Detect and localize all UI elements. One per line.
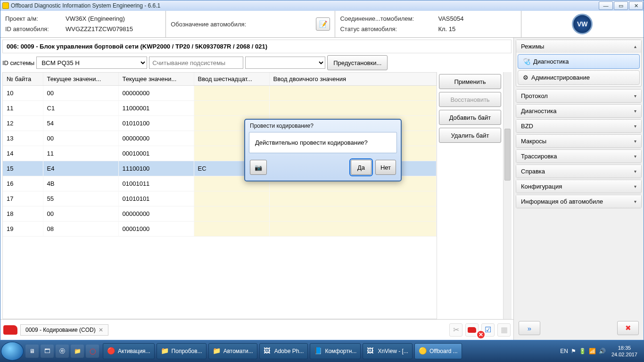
presets-button[interactable]: Предустановки... bbox=[327, 55, 388, 70]
side-panel-item[interactable]: Протокол▾ bbox=[516, 89, 642, 103]
subsystem-input[interactable] bbox=[149, 57, 243, 69]
subsystem-select[interactable] bbox=[245, 57, 325, 69]
start-button[interactable] bbox=[1, 342, 24, 361]
window-title: Offboard Diagnostic Information System E… bbox=[11, 2, 160, 9]
gear-icon: ⚙ bbox=[523, 74, 528, 81]
dialog-message: Действительно провести кодирование? bbox=[249, 132, 397, 153]
add-byte-button[interactable]: Добавить байт bbox=[439, 110, 501, 125]
stethoscope-icon: 🩺 bbox=[523, 58, 530, 65]
taskbar-task[interactable]: 🖼Adobe Ph... bbox=[259, 343, 308, 359]
table-row[interactable]: 100000000000 bbox=[3, 86, 437, 101]
side-panel-item[interactable]: Информация об автомобиле▾ bbox=[516, 195, 642, 208]
footer-bar: 0009 - Кодирование (COD)✕ ✂ ☑ ▦ bbox=[0, 319, 513, 340]
modes-header[interactable]: Режимы▴ bbox=[516, 40, 641, 53]
quick-ie-icon[interactable]: ⓔ bbox=[56, 345, 69, 358]
delete-byte-button[interactable]: Удалить байт bbox=[439, 128, 501, 143]
side-panel-item[interactable]: Диагностика▾ bbox=[516, 104, 642, 118]
table-row[interactable]: 11C111000001 bbox=[3, 101, 437, 116]
tray-flag-icon[interactable]: ⚑ bbox=[571, 348, 576, 354]
edit-doc-button[interactable]: 📝 bbox=[316, 17, 330, 31]
dialog-camera-button[interactable]: 📷 bbox=[250, 160, 267, 175]
maximize-button[interactable]: ▭ bbox=[614, 1, 628, 10]
clock[interactable]: 18:3524.02.2017 bbox=[609, 344, 640, 359]
col-hex[interactable]: Текущее значени... bbox=[43, 73, 118, 86]
quick-explorer-icon[interactable]: 🗔 bbox=[41, 345, 54, 358]
restore-button[interactable]: Восстановить bbox=[439, 92, 501, 107]
system-id-select[interactable]: BCM PQ35 H bbox=[36, 57, 147, 69]
taskbar-task[interactable]: 🔴Активация... bbox=[103, 343, 155, 359]
taskbar-task[interactable]: 📁Автомати... bbox=[208, 343, 257, 359]
designation-label: Обозначение автомобиля: bbox=[171, 21, 246, 28]
admin-mode[interactable]: ⚙Администрирование bbox=[518, 70, 640, 85]
vehicle-id-value: WVGZZZ1TZCW079815 bbox=[66, 24, 133, 34]
info-panel: Проект а/м:VW36X (Engineering) ID автомо… bbox=[0, 11, 644, 38]
vehicle-id-label: ID автомобиля: bbox=[5, 24, 62, 34]
scissors-icon[interactable]: ✂ bbox=[449, 323, 462, 337]
brand-logo: VW bbox=[521, 11, 644, 37]
dialog-title: Провести кодирование? bbox=[245, 120, 401, 132]
side-panel-item[interactable]: Макросы▾ bbox=[516, 134, 642, 148]
dialog-yes-button[interactable]: Да bbox=[351, 160, 372, 175]
table-row[interactable]: 180000000000 bbox=[3, 206, 437, 222]
document-tab[interactable]: 0009 - Кодирование (COD)✕ bbox=[20, 324, 108, 336]
connection-label: Соединение...томобилем: bbox=[340, 14, 434, 24]
project-label: Проект а/м: bbox=[5, 14, 62, 24]
quick-desktop-icon[interactable]: 🖥 bbox=[25, 345, 39, 358]
taskbar-task[interactable]: 📘Комфортн... bbox=[310, 343, 361, 359]
tray-battery-icon[interactable]: 🔋 bbox=[579, 348, 586, 354]
col-input-hex[interactable]: Ввод шестнадцат... bbox=[194, 73, 269, 86]
taskbar-task[interactable]: 🟡Offboard ... bbox=[414, 343, 462, 359]
system-id-label: ID системы bbox=[2, 59, 34, 66]
taskbar: 🖥 🗔 ⓔ 📁 ◯ 🔴Активация...📁Попробов...📁Авто… bbox=[0, 340, 644, 362]
col-input-bin[interactable]: Ввод двоичного значения bbox=[269, 73, 437, 86]
side-panel: Режимы▴ 🩺Диагностика ⚙Администрирование … bbox=[514, 38, 644, 340]
modes-panel: Режимы▴ 🩺Диагностика ⚙Администрирование bbox=[516, 40, 642, 87]
quick-folder-icon[interactable]: 📁 bbox=[71, 345, 84, 358]
confirm-dialog: Провести кодирование? Действительно пров… bbox=[244, 119, 402, 181]
side-panel-item[interactable]: Конфигурация▾ bbox=[516, 180, 642, 193]
side-panel-item[interactable]: BZD▾ bbox=[516, 119, 642, 133]
project-value: VW36X (Engineering) bbox=[66, 14, 125, 24]
error-badge[interactable]: ✕ bbox=[476, 330, 486, 339]
status-label: Статус автомобиля: bbox=[340, 24, 434, 34]
table-row[interactable]: 190800001000 bbox=[3, 222, 437, 237]
side-panel-item[interactable]: Трассировка▾ bbox=[516, 149, 642, 163]
quick-opera-icon[interactable]: ◯ bbox=[86, 345, 99, 358]
table-row[interactable]: 175501010101 bbox=[3, 191, 437, 206]
car-icon[interactable] bbox=[3, 325, 17, 335]
col-byte-no[interactable]: № байта bbox=[3, 73, 43, 86]
col-bin[interactable]: Текущее значени... bbox=[118, 73, 194, 86]
forward-button[interactable]: » bbox=[519, 321, 540, 335]
table-scrollbar[interactable] bbox=[503, 72, 512, 319]
minimize-button[interactable]: — bbox=[599, 1, 613, 10]
taskbar-task[interactable]: 🖼XnView - [... bbox=[363, 343, 412, 359]
cancel-button[interactable]: ✖ bbox=[617, 321, 639, 335]
dialog-no-button[interactable]: Нет bbox=[375, 160, 396, 175]
close-button[interactable]: ✕ bbox=[629, 1, 643, 10]
diagnostics-mode[interactable]: 🩺Диагностика bbox=[518, 54, 640, 69]
lang-indicator[interactable]: EN bbox=[560, 348, 568, 354]
bytes-table: № байта Текущее значени... Текущее значе… bbox=[2, 72, 437, 319]
status-value: Кл. 15 bbox=[438, 24, 455, 34]
grid-icon[interactable]: ▦ bbox=[497, 323, 511, 337]
tray-network-icon[interactable]: 📶 bbox=[589, 348, 596, 354]
tray-volume-icon[interactable]: 🔊 bbox=[599, 348, 606, 354]
address-bar: 006: 0009 - Блок управления бортовой сет… bbox=[2, 40, 512, 53]
app-icon bbox=[2, 2, 9, 9]
titlebar: Offboard Diagnostic Information System E… bbox=[0, 0, 644, 11]
apply-button[interactable]: Применить bbox=[439, 74, 501, 89]
connection-value: VAS5054 bbox=[438, 14, 463, 24]
side-panel-item[interactable]: Справка▾ bbox=[516, 165, 642, 178]
taskbar-task[interactable]: 📁Попробов... bbox=[157, 343, 206, 359]
